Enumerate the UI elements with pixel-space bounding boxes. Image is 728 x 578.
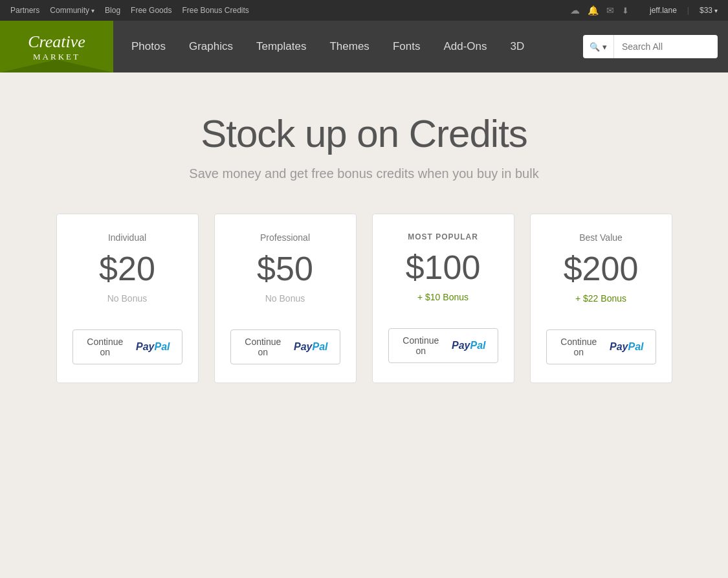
card-price-1: $50: [257, 252, 313, 285]
card-bonus-0: No Bonus: [107, 293, 147, 304]
btn-label-3: Continue on: [558, 337, 600, 357]
nav-addons[interactable]: Add-Ons: [432, 21, 498, 72]
search-icon: 🔍: [590, 42, 600, 52]
cloud-icon: ☁: [570, 5, 580, 16]
nav-templates[interactable]: Templates: [245, 21, 318, 72]
download-icon: ⬇: [622, 6, 629, 16]
btn-label-1: Continue on: [243, 337, 284, 357]
search-chevron-icon: ▾: [602, 42, 607, 52]
paypal-button-0[interactable]: Continue on PayPal: [72, 329, 182, 364]
free-goods-link[interactable]: Free Goods: [131, 6, 171, 15]
pricing-card-3: Best Value$200+ $22 BonusContinue on Pay…: [530, 214, 672, 383]
pricing-card-0: Individual$20No BonusContinue on PayPal: [56, 214, 199, 383]
logo-creative: Creative: [28, 32, 85, 52]
card-tier-2: Most Popular: [408, 232, 478, 241]
main-content: Stock up on Credits Save money and get f…: [8, 72, 720, 422]
card-bonus-1: No Bonus: [265, 293, 305, 304]
paypal-logo-0: PayPal: [136, 341, 170, 353]
search-area: 🔍 ▾: [583, 35, 718, 58]
paypal-logo-2: PayPal: [452, 340, 485, 351]
card-price-3: $200: [564, 252, 639, 285]
btn-label-2: Continue on: [401, 335, 442, 356]
paypal-button-2[interactable]: Continue on PayPal: [388, 328, 498, 363]
paypal-logo-3: PayPal: [610, 341, 643, 353]
top-bar-left: Partners Community ▾ Blog Free Goods Fre…: [10, 6, 249, 15]
nav-photos[interactable]: Photos: [120, 21, 177, 72]
search-input[interactable]: [614, 41, 718, 52]
top-bar-right: ☁ 🔔 ✉ ⬇ jeff.lane | $33 ▾: [570, 5, 718, 16]
card-bonus-2: + $10 Bonus: [417, 292, 469, 302]
card-tier-0: Individual: [108, 232, 146, 243]
nav-themes[interactable]: Themes: [318, 21, 381, 72]
cards-container: Individual$20No BonusContinue on PayPalP…: [21, 214, 707, 383]
notification-icon: 🔔: [588, 5, 599, 16]
card-tier-1: Professional: [260, 232, 310, 243]
separator2: |: [687, 6, 689, 15]
paypal-button-3[interactable]: Continue on PayPal: [546, 329, 656, 364]
card-bonus-3: + $22 Bonus: [575, 293, 626, 304]
nav-3d[interactable]: 3D: [499, 21, 536, 72]
logo-triangle-decoration: [0, 60, 113, 72]
credits-display[interactable]: $33 ▾: [700, 6, 718, 15]
community-label: Community: [50, 6, 89, 15]
community-chevron-icon: ▾: [91, 7, 94, 14]
paypal-button-1[interactable]: Continue on PayPal: [230, 329, 340, 364]
main-nav: Creative Market Photos Graphics Template…: [0, 21, 728, 72]
pricing-card-1: Professional$50No BonusContinue on PayPa…: [214, 214, 357, 383]
card-price-2: $100: [406, 250, 481, 284]
mail-icon: ✉: [606, 5, 614, 16]
blog-link[interactable]: Blog: [105, 6, 120, 15]
credits-chevron-icon: ▾: [714, 7, 718, 14]
btn-label-0: Continue on: [85, 337, 126, 357]
card-price-0: $20: [99, 252, 155, 285]
pricing-card-2: Most Popular$100+ $10 BonusContinue on P…: [372, 214, 514, 383]
page-subtitle: Save money and get free bonus credits wh…: [21, 166, 707, 181]
community-link[interactable]: Community ▾: [50, 6, 94, 15]
username: jeff.lane: [650, 6, 677, 15]
nav-fonts[interactable]: Fonts: [381, 21, 432, 72]
search-dropdown[interactable]: 🔍 ▾: [583, 35, 614, 58]
partners-link[interactable]: Partners: [10, 6, 39, 15]
logo[interactable]: Creative Market: [0, 21, 113, 72]
page-title: Stock up on Credits: [21, 111, 707, 156]
logo-text: Creative Market: [28, 32, 85, 62]
nav-graphics[interactable]: Graphics: [177, 21, 245, 72]
credits-amount: $33: [700, 6, 712, 15]
top-bar: Partners Community ▾ Blog Free Goods Fre…: [0, 0, 728, 21]
paypal-logo-1: PayPal: [294, 341, 327, 353]
nav-links: Photos Graphics Templates Themes Fonts A…: [120, 21, 583, 72]
free-bonus-credits-link[interactable]: Free Bonus Credits: [182, 6, 248, 15]
card-tier-3: Best Value: [579, 232, 623, 243]
